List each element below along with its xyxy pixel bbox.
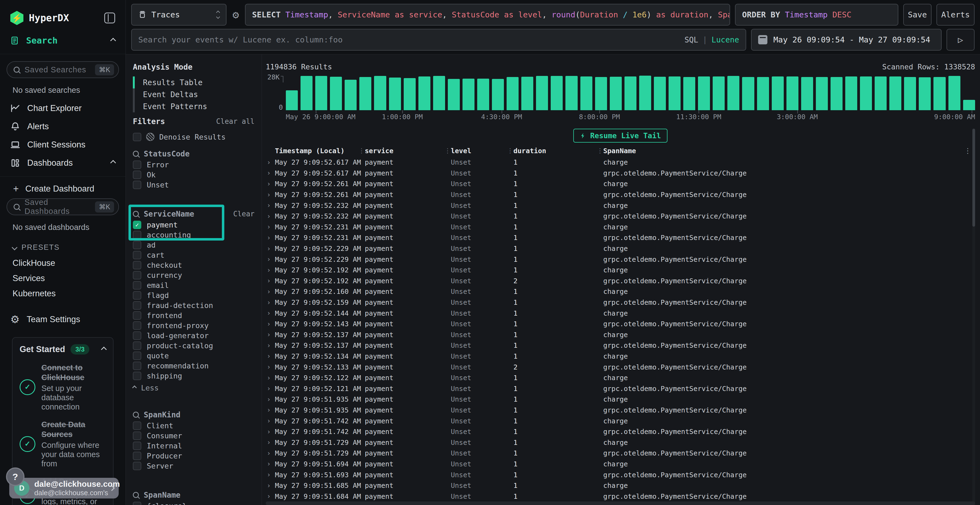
histogram-bar[interactable] [595, 77, 607, 110]
table-row[interactable]: › May 27 9:09:51.729 AM payment Unset 1 … [266, 437, 975, 448]
table-row[interactable]: › May 27 9:09:52.232 AM payment Unset 1 … [266, 200, 975, 211]
histogram-bar[interactable] [963, 100, 975, 110]
table-row[interactable]: › May 27 9:09:52.121 AM payment Unset 1 … [266, 383, 975, 394]
histogram-bar[interactable] [668, 76, 681, 110]
search-icon[interactable] [133, 492, 139, 498]
table-row[interactable]: › May 27 9:09:52.261 AM payment Unset 1 … [266, 189, 975, 200]
get-started-item[interactable]: ✓ Connect to ClickHouse Set up your data… [20, 363, 106, 411]
row-expand-caret[interactable]: › [266, 482, 275, 489]
row-expand-caret[interactable]: › [266, 395, 275, 403]
save-button[interactable]: Save [903, 4, 932, 25]
chevron-up-icon[interactable] [110, 160, 116, 166]
sidebar-collapse-icon[interactable] [104, 13, 115, 24]
chevron-up-icon[interactable] [110, 38, 116, 43]
denoise-results-checkbox-row[interactable]: Denoise Results [133, 132, 255, 142]
histogram-bar[interactable] [492, 79, 504, 110]
histogram-bar[interactable] [448, 79, 460, 110]
histogram-bar[interactable] [521, 77, 533, 110]
resume-live-tail-button[interactable]: Resume Live Tail [573, 129, 668, 143]
histogram-bar[interactable] [654, 77, 666, 110]
filter-option[interactable]: Internal [133, 441, 255, 451]
row-expand-caret[interactable]: › [266, 213, 275, 220]
checkbox[interactable] [133, 271, 141, 279]
table-row[interactable]: › May 27 9:09:52.617 AM payment Unset 1 … [266, 157, 975, 168]
filter-option[interactable]: currency [133, 270, 255, 280]
vertical-scrollbar[interactable] [972, 129, 975, 505]
row-expand-caret[interactable]: › [266, 245, 275, 252]
histogram-bar[interactable] [889, 76, 901, 110]
row-expand-caret[interactable]: › [266, 202, 275, 209]
table-row[interactable]: › May 27 9:09:51.742 AM payment Unset 1 … [266, 416, 975, 426]
filter-option[interactable]: flagd [133, 290, 255, 300]
col-service[interactable]: service [365, 147, 451, 155]
checkbox[interactable] [133, 462, 141, 470]
preset-item[interactable]: ClickHouse [6, 256, 119, 271]
row-expand-caret[interactable]: › [266, 492, 275, 500]
checkbox[interactable] [133, 133, 141, 141]
show-less-toggle[interactable]: Less [133, 382, 255, 394]
col-spanname[interactable]: SpanName [603, 147, 975, 155]
checkbox[interactable] [133, 261, 141, 269]
checkbox[interactable] [133, 432, 141, 440]
histogram-bar[interactable] [581, 76, 592, 110]
table-row[interactable]: › May 27 9:09:52.159 AM payment Unset 1 … [266, 297, 975, 308]
checkbox[interactable] [133, 441, 141, 450]
filter-option[interactable]: Producer [133, 451, 255, 461]
checkbox[interactable] [133, 160, 141, 169]
filter-option[interactable]: cart [133, 250, 255, 260]
row-expand-caret[interactable]: › [266, 438, 275, 446]
table-row[interactable]: › May 27 9:09:51.684 AM payment Unset 1 … [266, 491, 975, 502]
table-row[interactable]: › May 27 9:09:52.231 AM payment Unset 1 … [266, 222, 975, 233]
row-expand-caret[interactable]: › [266, 159, 275, 166]
table-row[interactable]: › May 27 9:09:52.122 AM payment Unset 1 … [266, 373, 975, 383]
row-expand-caret[interactable]: › [266, 234, 275, 241]
filter-option[interactable]: fraud-detection [133, 300, 255, 310]
histogram-bar[interactable] [772, 76, 784, 110]
row-expand-caret[interactable]: › [266, 299, 275, 306]
filter-option[interactable]: ad [133, 240, 255, 250]
query-language-toggle[interactable]: SQL | Lucene [684, 35, 739, 44]
row-expand-caret[interactable]: › [266, 374, 275, 382]
row-expand-caret[interactable]: › [266, 310, 275, 317]
table-row[interactable]: › May 27 9:09:52.160 AM payment Unset 1 … [266, 286, 975, 297]
row-expand-caret[interactable]: › [266, 363, 275, 371]
row-expand-caret[interactable]: › [266, 320, 275, 328]
saved-dashboards-input[interactable]: Saved Dashboards ⌘K [6, 199, 119, 215]
sql-select-input[interactable]: SELECT Timestamp, ServiceName as service… [245, 4, 730, 25]
table-row[interactable]: › May 27 9:09:51.693 AM payment Unset 1 … [266, 469, 975, 480]
checkbox[interactable] [133, 341, 141, 350]
row-expand-caret[interactable]: › [266, 169, 275, 177]
row-expand-caret[interactable]: › [266, 277, 275, 284]
sidebar-item-dashboards[interactable]: Dashboards [6, 154, 119, 172]
histogram-bar[interactable] [418, 76, 430, 110]
histogram-bar[interactable] [404, 78, 416, 110]
histogram-bar[interactable] [742, 77, 754, 110]
row-expand-caret[interactable]: › [266, 385, 275, 392]
table-row[interactable]: › May 27 9:09:52.231 AM payment Unset 1 … [266, 232, 975, 243]
run-query-button[interactable]: ▷ [947, 29, 975, 51]
analysis-mode-item[interactable]: Event Patterns [133, 100, 255, 113]
sidebar-item-client-sessions[interactable]: Client Sessions [6, 135, 119, 154]
row-expand-caret[interactable]: › [266, 342, 275, 349]
histogram-bar[interactable] [801, 77, 813, 110]
table-row[interactable]: › May 27 9:09:52.133 AM payment Unset 2 … [266, 362, 975, 373]
table-row[interactable]: › May 27 9:09:51.935 AM payment Unset 1 … [266, 405, 975, 416]
row-expand-caret[interactable]: › [266, 471, 275, 479]
source-settings-gear-icon[interactable]: ⚙ [231, 8, 240, 21]
histogram-bar[interactable] [830, 77, 843, 110]
table-row[interactable]: › May 27 9:09:52.192 AM payment Unset 1 … [266, 265, 975, 276]
filter-option[interactable]: frontend-proxy [133, 321, 255, 330]
histogram-bar[interactable] [477, 79, 489, 110]
histogram-bar[interactable] [816, 77, 828, 110]
histogram-bar[interactable] [786, 76, 799, 110]
histogram-bar[interactable] [934, 77, 945, 110]
sidebar-item-team-settings[interactable]: ⚙ Team Settings [6, 301, 119, 325]
filter-option[interactable]: checkout [133, 260, 255, 270]
chevron-up-icon[interactable] [101, 346, 107, 352]
checkbox[interactable] [133, 301, 141, 310]
clear-all-link[interactable]: Clear all [216, 117, 255, 125]
histogram-bar[interactable] [639, 76, 651, 110]
analysis-mode-item[interactable]: Event Deltas [133, 89, 255, 100]
checkbox[interactable] [133, 321, 141, 330]
get-started-item[interactable]: ✓ Create Data Sources Configure where yo… [20, 419, 106, 468]
